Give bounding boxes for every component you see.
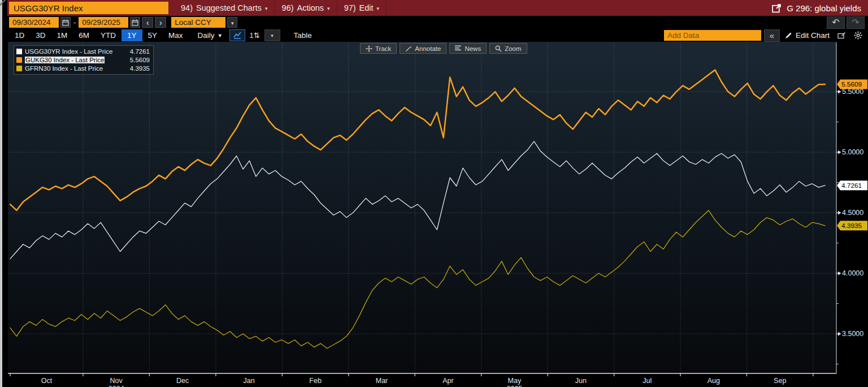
chart-legend: USGG30YR Index - Last Price 4.7261 GUKG3… (14, 45, 154, 75)
x-axis-month-label: Jun (575, 377, 587, 385)
tab-1m[interactable]: 1M (51, 29, 73, 41)
legend-item-gfrn30[interactable]: GFRN30 Index - Last Price 4.3935 (16, 64, 150, 72)
date-from-input[interactable]: 09/30/2024 (9, 17, 59, 28)
right-toolbar-group: « Edit Chart (664, 29, 868, 42)
x-axis-month-label: Jul (643, 377, 652, 385)
last-price-tag: 4.3935 (837, 221, 867, 230)
chart-reference[interactable]: G 296: global yields (772, 3, 868, 13)
frequency-select[interactable]: Daily ▼ (193, 29, 227, 41)
zoom-button[interactable]: Zoom (489, 43, 527, 54)
menu-edit[interactable]: 97) Edit ▾ (337, 1, 387, 15)
menu-actions[interactable]: 96) Actions ▾ (275, 1, 337, 15)
redo-button[interactable]: ↷ (847, 16, 865, 29)
calendar-to-button[interactable] (130, 17, 140, 28)
line-chart-icon (233, 31, 242, 40)
series-swatch (16, 66, 22, 71)
undo-redo-group: ↶ ↷ (827, 16, 868, 29)
track-button[interactable]: Track (360, 43, 397, 54)
annotate-button[interactable]: Annotate (400, 43, 446, 54)
chart-area: 5.50005.00004.50004.00003.50004.72615.56… (0, 42, 868, 387)
series-label: USGG30YR Index - Last Price (25, 48, 112, 55)
line-chart-type-button[interactable] (229, 29, 245, 41)
zoom-label: Zoom (505, 45, 521, 52)
calendar-icon (132, 19, 138, 26)
annotate-pencil-icon (405, 45, 412, 52)
series-last-value: 4.3935 (126, 65, 150, 72)
legend-item-gukg30[interactable]: GUKG30 Index - Last Price 5.5609 (16, 55, 150, 64)
security-input[interactable]: USGG30YR Index (9, 2, 168, 14)
annotate-label: Annotate (415, 45, 441, 52)
x-axis-month-label: Sep (774, 377, 786, 385)
y-axis-label: 5.0000 (842, 148, 863, 156)
pencil-icon (785, 32, 792, 39)
add-data-input[interactable] (664, 30, 761, 41)
chevron-down-icon: ▾ (377, 6, 380, 11)
x-axis-year-label: 2025 (507, 385, 523, 387)
date-controls-row: 09/30/2024 - 09/29/2025 ‹ › Local CCY ▾ (0, 16, 868, 29)
settings-button[interactable] (851, 30, 865, 41)
chevron-down-icon: ▾ (265, 6, 268, 11)
series-line-gfrn30 (10, 210, 825, 349)
magnifier-icon (495, 45, 502, 52)
next-period-button[interactable]: › (155, 17, 166, 28)
chevron-down-icon: ▾ (327, 6, 330, 11)
x-axis-year-label: 2024 (108, 385, 124, 387)
title-bar: USGG30YR Index 94) Suggested Charts ▾ 96… (0, 0, 868, 16)
series-swatch (16, 57, 22, 63)
tab-5y[interactable]: 5Y (142, 29, 163, 41)
currency-dropdown-button[interactable]: ▾ (227, 17, 237, 28)
normalize-axis-button[interactable]: 1⇅ (248, 30, 262, 41)
menu-suggested-charts[interactable]: 94) Suggested Charts ▾ (174, 1, 275, 15)
tab-1d[interactable]: 1D (9, 29, 30, 41)
chart-toolbar-row: 1D 3D 1M 6M YTD 1Y 5Y Max Daily ▼ 1⇅ ▾ T… (0, 29, 868, 42)
svg-text:5.5609: 5.5609 (841, 80, 862, 88)
menu-label: Actions (297, 3, 324, 12)
news-icon (455, 45, 462, 51)
tab-6m[interactable]: 6M (73, 29, 95, 41)
calendar-from-button[interactable] (60, 17, 71, 28)
chevron-down-icon: ▼ (218, 33, 223, 38)
date-separator: - (73, 18, 76, 27)
window-edge[interactable] (0, 0, 2, 387)
legend-item-usgg30yr[interactable]: USGG30YR Index - Last Price 4.7261 (16, 47, 150, 55)
x-axis-month-label: Jan (244, 377, 255, 385)
tab-max[interactable]: Max (163, 29, 189, 41)
series-line-usgg30yr (10, 141, 825, 259)
x-axis-month-label: Feb (309, 377, 322, 385)
track-crosshair-icon (366, 45, 372, 52)
chart-type-dropdown-button[interactable]: ▾ (264, 29, 280, 41)
menu-number: 94) (181, 3, 193, 12)
table-button[interactable]: Table (288, 29, 318, 41)
svg-text:4.7261: 4.7261 (841, 182, 862, 190)
price-chart[interactable]: 5.50005.00004.50004.00003.50004.72615.56… (0, 42, 868, 387)
calendar-icon (62, 19, 69, 26)
bloomberg-chart-window: USGG30YR Index 94) Suggested Charts ▾ 96… (0, 0, 868, 387)
news-button[interactable]: News (449, 43, 487, 54)
prev-period-button[interactable]: ‹ (142, 17, 153, 28)
svg-text:4.3935: 4.3935 (841, 222, 862, 230)
x-axis-month-label: Aug (708, 377, 720, 385)
chart-settings-button[interactable] (835, 30, 848, 41)
x-axis-month-label: May (508, 377, 522, 385)
x-axis-month-label: Oct (41, 377, 53, 385)
edit-chart-button[interactable]: Edit Chart (783, 31, 832, 40)
ellipsis-icon[interactable]: ⋯ (808, 0, 815, 2)
date-to-input[interactable]: 09/29/2025 (79, 17, 128, 28)
news-label: News (465, 45, 481, 52)
tab-1y[interactable]: 1Y (121, 29, 142, 41)
series-label: GUKG30 Index - Last Price (25, 57, 105, 63)
menu-label: Edit (359, 3, 374, 12)
currency-select[interactable]: Local CCY (171, 17, 225, 28)
menu-number: 97) (344, 3, 356, 12)
series-swatch (16, 49, 22, 54)
menu-label: Suggested Charts (196, 3, 262, 12)
x-axis-month-label: Dec (176, 377, 189, 385)
collapse-panel-button[interactable]: « (764, 29, 780, 42)
x-axis-month-label: Nov (110, 377, 123, 385)
tab-ytd[interactable]: YTD (95, 29, 121, 41)
tab-3d[interactable]: 3D (30, 29, 51, 41)
chart-floating-toolbar: Track Annotate News (360, 43, 527, 54)
last-price-tag: 4.7261 (837, 180, 867, 190)
undo-button[interactable]: ↶ (827, 16, 845, 29)
series-line-gukg30 (10, 70, 825, 210)
